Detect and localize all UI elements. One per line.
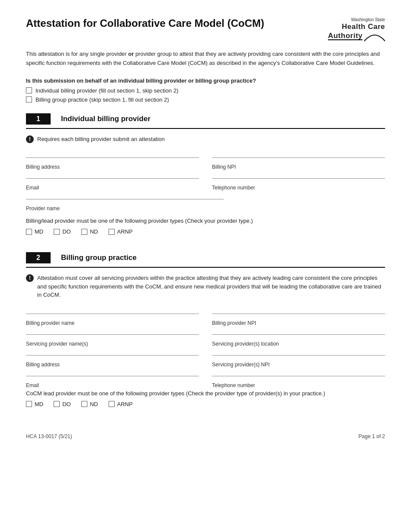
s2-telephone-label: Telephone number <box>212 382 385 388</box>
s2-provider-type-arnp[interactable]: ARNP <box>109 401 133 407</box>
s2-email-group <box>26 368 199 376</box>
s2-provider-type-do[interactable]: DO <box>54 401 71 407</box>
section2-provider-types: MD DO ND ARNP <box>26 401 385 407</box>
s2-billing-address-input[interactable] <box>26 347 199 353</box>
section1-info: ! Requires each billing provider submit … <box>26 135 385 144</box>
option-group-label: Billing group practice (skip section 1, … <box>35 96 169 103</box>
info-icon-1: ! <box>26 135 34 143</box>
s2-servicing-provider-names-group <box>26 326 199 335</box>
email-label: Email <box>26 185 199 191</box>
section2-header: 2 Billing group practice <box>26 252 385 268</box>
s2-provider-type-do-label: DO <box>62 401 71 407</box>
s2-checkbox-do[interactable] <box>54 401 60 407</box>
s2-checkbox-md[interactable] <box>26 401 32 407</box>
section2-servicing-provider-location-field: Servicing provider(s) location <box>212 326 385 347</box>
billing-address-input[interactable] <box>26 149 199 156</box>
page-number: Page 1 of 2 <box>359 433 385 439</box>
billing-address-label: Billing address <box>26 164 199 170</box>
telephone-input[interactable] <box>212 170 385 176</box>
provider-type-nd[interactable]: ND <box>81 228 98 235</box>
section1-info-text: Requires each billing provider submit an… <box>37 135 165 144</box>
option-individual[interactable]: Individual billing provider (fill out se… <box>26 87 385 94</box>
hca-logo: Washington State Health Care Authority <box>328 17 385 42</box>
checkbox-group[interactable] <box>26 96 32 103</box>
page-title: Attestation for Collaborative Care Model… <box>26 17 264 30</box>
s2-servicing-provider-npi-group <box>212 347 385 356</box>
page-header: Attestation for Collaborative Care Model… <box>26 17 385 42</box>
s2-servicing-provider-npi-input[interactable] <box>212 347 385 353</box>
billing-npi-label: Billing NPI <box>212 164 385 170</box>
section2-title: Billing group practice <box>61 253 137 262</box>
s2-provider-type-nd[interactable]: ND <box>81 401 98 407</box>
section1-title: Individual billing provider <box>61 115 151 123</box>
telephone-input-group <box>212 170 385 179</box>
checkbox-do[interactable] <box>54 229 60 235</box>
provider-type-arnp[interactable]: ARNP <box>109 228 133 235</box>
logo-authority: Authority <box>328 32 363 40</box>
logo-state-label: Washington State <box>351 17 385 22</box>
s2-email-label: Email <box>26 382 199 388</box>
s2-servicing-provider-names-input[interactable] <box>26 326 199 333</box>
billing-npi-input-group <box>212 149 385 158</box>
section1-provider-name-field: Provider name <box>26 191 224 212</box>
section2-billing-address-field: Billing address <box>26 347 199 368</box>
provider-type-nd-label: ND <box>90 228 98 235</box>
checkbox-individual[interactable] <box>26 87 32 93</box>
s2-provider-type-md-label: MD <box>35 401 43 407</box>
page-footer: HCA 13-0017 (5/21) Page 1 of 2 <box>26 433 385 439</box>
s2-servicing-provider-npi-label: Servicing provider(s) NPI <box>212 362 385 368</box>
submission-question-section: Is this submission on behalf of an indiv… <box>26 77 385 103</box>
section2-provider-types-label: CoCM lead provider must be one of the fo… <box>26 390 385 397</box>
section1-provider-types: MD DO ND ARNP <box>26 228 385 235</box>
form-number: HCA 13-0017 (5/21) <box>26 433 72 439</box>
section2-servicing-provider-names-field: Servicing provider name(s) <box>26 326 199 347</box>
s2-servicing-provider-location-input[interactable] <box>212 326 385 333</box>
provider-type-do[interactable]: DO <box>54 228 71 235</box>
intro-text: This attestation is for any single provi… <box>26 50 385 68</box>
checkbox-arnp[interactable] <box>109 229 115 235</box>
provider-type-md-label: MD <box>35 228 43 235</box>
checkbox-md[interactable] <box>26 229 32 235</box>
billing-npi-input[interactable] <box>212 149 385 156</box>
s2-billing-address-group <box>26 347 199 356</box>
provider-name-input-group <box>26 191 224 199</box>
section2-billing-provider-npi-field: Billing provider NPI <box>212 305 385 326</box>
provider-type-do-label: DO <box>62 228 71 235</box>
s2-checkbox-arnp[interactable] <box>109 401 115 407</box>
s2-servicing-provider-names-label: Servicing provider name(s) <box>26 341 199 347</box>
s2-email-input[interactable] <box>26 368 199 374</box>
section1-provider-types-label: Billing/lead provider must be one of the… <box>26 218 385 224</box>
section2-info: ! Attestation must cover all servicing p… <box>26 274 385 299</box>
checkbox-nd[interactable] <box>81 229 87 235</box>
s2-billing-provider-name-input[interactable] <box>26 305 199 312</box>
section1-fields: Billing address Billing NPI Email Teleph… <box>26 149 385 191</box>
s2-billing-provider-npi-label: Billing provider NPI <box>212 320 385 326</box>
section2-servicing-provider-npi-field: Servicing provider(s) NPI <box>212 347 385 368</box>
logo-arc-icon <box>364 29 385 42</box>
s2-servicing-provider-location-group <box>212 326 385 335</box>
section2-number: 2 <box>26 252 51 263</box>
s2-provider-type-nd-label: ND <box>90 401 98 407</box>
section1-billing-npi-field: Billing NPI <box>212 149 385 170</box>
s2-billing-provider-npi-group <box>212 305 385 314</box>
section2-email-field: Email <box>26 368 199 388</box>
provider-name-label: Provider name <box>26 205 224 212</box>
s2-billing-provider-npi-input[interactable] <box>212 305 385 312</box>
provider-name-input[interactable] <box>26 191 224 197</box>
s2-billing-provider-name-group <box>26 305 199 314</box>
s2-billing-provider-name-label: Billing provider name <box>26 320 199 326</box>
section1-header: 1 Individual billing provider <box>26 113 385 129</box>
section2-billing-provider-name-field: Billing provider name <box>26 305 199 326</box>
section1-number: 1 <box>26 113 51 125</box>
section1-telephone-field: Telephone number <box>212 170 385 191</box>
s2-provider-type-md[interactable]: MD <box>26 401 43 407</box>
section1-billing-address-field: Billing address <box>26 149 199 170</box>
s2-telephone-input[interactable] <box>212 368 385 374</box>
provider-type-arnp-label: ARNP <box>117 228 133 235</box>
provider-type-md[interactable]: MD <box>26 228 43 235</box>
email-input[interactable] <box>26 170 199 176</box>
option-group[interactable]: Billing group practice (skip section 1, … <box>26 96 385 103</box>
s2-provider-type-arnp-label: ARNP <box>117 401 133 407</box>
section2-fields: Billing provider name Billing provider N… <box>26 305 385 388</box>
s2-checkbox-nd[interactable] <box>81 401 87 407</box>
